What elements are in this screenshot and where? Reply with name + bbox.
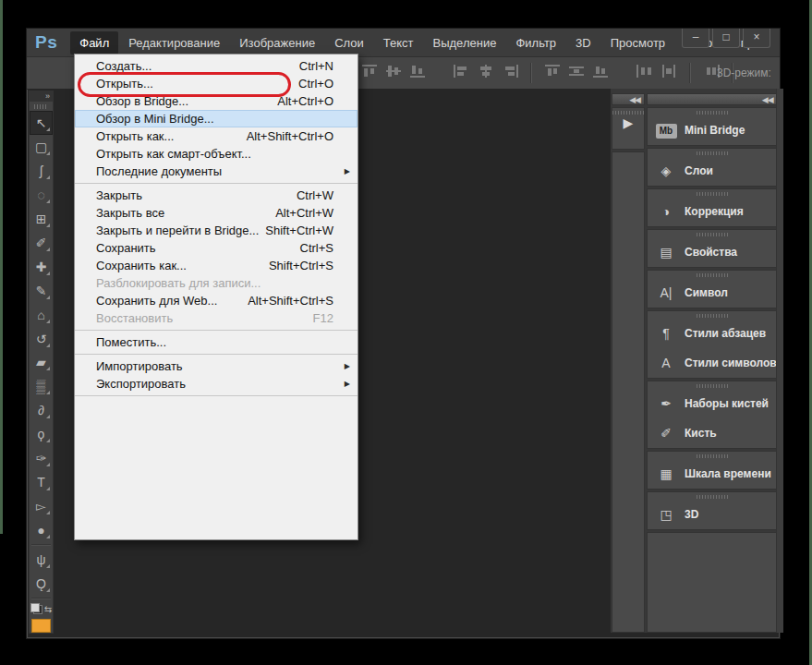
file-menu-item-разблокировать-для-записи-: Разблокировать для записи... <box>75 274 358 292</box>
file-menu-item-закрыть[interactable]: ЗакрытьCtrl+W <box>75 187 358 204</box>
dodge-tool[interactable]: ϙ <box>30 422 53 446</box>
menu-item-shortcut: Alt+Shift+Ctrl+S <box>248 294 333 308</box>
menubar-item-Редактирование[interactable]: Редактирование <box>119 31 229 54</box>
dock-gutter <box>776 89 783 633</box>
panel-button-стили-символов[interactable]: AСтили символов <box>648 348 777 378</box>
desktop: Ps ФайлРедактированиеИзображениеСлоиТекс… <box>0 0 812 665</box>
panel-grip[interactable] <box>697 454 728 458</box>
file-menu-item-поместить-[interactable]: Поместить... <box>75 333 358 351</box>
align-vertical-centers-icon[interactable] <box>385 65 402 81</box>
type-tool[interactable]: T <box>30 470 53 494</box>
eyedropper-icon: ✐ <box>36 236 47 249</box>
menubar-item-Фильтр[interactable]: Фильтр <box>506 31 565 54</box>
panel-button-коррекция[interactable]: ◑Коррекция <box>648 197 777 226</box>
tools-panel-grip[interactable] <box>34 104 48 109</box>
menubar-item-Выделение[interactable]: Выделение <box>424 31 506 54</box>
menubar-item-3D[interactable]: 3D <box>566 31 600 54</box>
file-menu-item-закрыть-и-перейти-в-bridge-[interactable]: Закрыть и перейти в Bridge...Shift+Ctrl+… <box>75 222 358 239</box>
lasso-tool[interactable]: ʃ <box>30 159 53 183</box>
dock-collapse-button-wide[interactable]: ◀◀ <box>647 93 778 105</box>
crop-tool[interactable]: ⊞ <box>30 207 53 231</box>
history-brush-tool[interactable]: ↺ <box>30 327 53 351</box>
clone-stamp-tool[interactable]: ⌂ <box>30 303 53 327</box>
panel-grip[interactable] <box>697 233 728 236</box>
file-menu-item-создать-[interactable]: Создать...Ctrl+N <box>75 57 358 75</box>
panel-button-наборы-кистей[interactable]: ✒Наборы кистей <box>648 389 777 418</box>
file-menu-item-открыть-как-смарт-объект-[interactable]: Открыть как смарт-объект... <box>75 145 358 163</box>
maximize-button[interactable]: □ <box>712 29 740 48</box>
file-menu-item-экспортировать[interactable]: Экспортировать▶ <box>75 375 358 393</box>
menubar-item-Просмотр[interactable]: Просмотр <box>601 31 674 54</box>
spot-healing-brush-tool[interactable]: ✚ <box>30 255 53 279</box>
dodge-icon: ϙ <box>38 428 45 441</box>
brush-icon: ✎ <box>36 284 47 297</box>
hand-tool[interactable]: ψ <box>30 548 53 572</box>
brush-tool[interactable]: ✎ <box>30 279 53 303</box>
align-left-edges-icon[interactable] <box>454 65 470 81</box>
zoom-tool[interactable]: Ǫ <box>30 572 53 596</box>
eyedropper-tool[interactable]: ✐ <box>30 231 53 255</box>
file-menu-item-обзор-в-mini-bridge-[interactable]: Обзор в Mini Bridge... <box>75 110 358 127</box>
panel-grip[interactable] <box>697 111 728 115</box>
panel-button-символ[interactable]: A|Символ <box>648 278 777 308</box>
minimize-button[interactable]: – <box>682 29 709 48</box>
panel-button-шкала-времени[interactable]: ▦Шкала времени <box>648 459 777 489</box>
path-selection-tool[interactable]: ▻ <box>30 494 53 518</box>
panel-button-стили-абзацев[interactable]: ¶Стили абзацев <box>648 319 777 348</box>
panel-button-3d[interactable]: ◳3D <box>648 500 777 529</box>
file-menu-item-обзор-в-bridge-[interactable]: Обзор в Bridge...Alt+Ctrl+O <box>75 92 358 110</box>
panel-button-кисть[interactable]: ✐Кисть <box>648 418 777 448</box>
file-menu-item-сохранить-для-web-[interactable]: Сохранить для Web...Alt+Shift+Ctrl+S <box>75 292 358 309</box>
panel-grip[interactable] <box>697 495 728 499</box>
eraser-tool[interactable]: ▰ <box>30 351 53 375</box>
panel-button-mini-bridge[interactable]: MbMini Bridge <box>648 115 777 145</box>
close-button[interactable]: × <box>743 29 770 48</box>
dock-collapse-button-narrow[interactable]: ◀◀ <box>612 93 645 105</box>
menubar-item-Слои[interactable]: Слои <box>325 31 373 54</box>
menu-item-shortcut: Ctrl+S <box>300 241 333 255</box>
align-horizontal-centers-icon[interactable] <box>478 65 494 81</box>
adjustments-icon: ◑ <box>648 204 685 219</box>
menubar-item-Файл[interactable]: Файл <box>70 31 118 54</box>
move-tool[interactable]: ↖ <box>30 111 53 135</box>
distribute-horizontal-centers-icon[interactable] <box>661 65 677 81</box>
distribute-bottom-edges-icon[interactable] <box>592 65 609 81</box>
foreground-color-swatch[interactable] <box>31 619 51 633</box>
menubar-item-Изображение[interactable]: Изображение <box>230 31 324 54</box>
panel-grip[interactable] <box>697 384 728 388</box>
panel-grip[interactable] <box>697 314 728 318</box>
smudge-tool[interactable]: ∂ <box>30 398 53 422</box>
file-menu-item-закрыть-все[interactable]: Закрыть всеAlt+Ctrl+W <box>75 204 358 222</box>
panel-grip[interactable] <box>697 273 728 277</box>
tools-panel-expand-button[interactable]: » <box>30 91 53 102</box>
align-bottom-edges-icon[interactable] <box>409 65 426 81</box>
panel-button-свойства[interactable]: ▤Свойства <box>648 237 777 267</box>
distribute-top-edges-icon[interactable] <box>544 65 561 81</box>
path-selection-icon: ▻ <box>36 500 46 513</box>
panel-grip[interactable] <box>697 192 728 196</box>
live-preview-panel-button[interactable]: ▶ <box>612 107 645 150</box>
panel-grip[interactable] <box>612 111 644 115</box>
quick-selection-tool[interactable]: ◌ <box>30 183 53 207</box>
file-menu-item-открыть-как-[interactable]: Открыть как...Alt+Shift+Ctrl+O <box>75 127 358 145</box>
gradient-tool[interactable]: ▒ <box>30 374 53 398</box>
file-menu-item-сохранить-как-[interactable]: Сохранить как...Shift+Ctrl+S <box>75 257 358 274</box>
dock-empty-area <box>612 151 645 633</box>
distribute-left-edges-icon[interactable] <box>636 65 653 81</box>
align-top-edges-icon[interactable] <box>361 65 378 81</box>
menubar-item-Текст[interactable]: Текст <box>374 31 423 54</box>
file-menu-item-сохранить[interactable]: СохранитьCtrl+S <box>75 239 358 257</box>
align-right-edges-icon[interactable] <box>502 65 518 81</box>
file-menu-item-последние-документы[interactable]: Последние документы▶ <box>75 163 358 180</box>
menu-item-label: Создать... <box>96 59 151 73</box>
ellipse-tool[interactable]: ● <box>30 518 53 542</box>
menu-item-label: Импортировать <box>96 359 183 373</box>
pen-tool[interactable]: ✑ <box>30 446 53 470</box>
color-swap-control[interactable]: ⇆ <box>30 601 53 616</box>
panel-grip[interactable] <box>697 151 728 155</box>
distribute-vertical-centers-icon[interactable] <box>568 65 585 81</box>
rectangular-marquee-tool[interactable]: ▢ <box>30 135 53 159</box>
file-menu-item-открыть-[interactable]: Открыть...Ctrl+O <box>75 75 358 92</box>
file-menu-item-импортировать[interactable]: Импортировать▶ <box>75 357 358 375</box>
panel-button-слои[interactable]: ◈Слои <box>648 156 777 186</box>
